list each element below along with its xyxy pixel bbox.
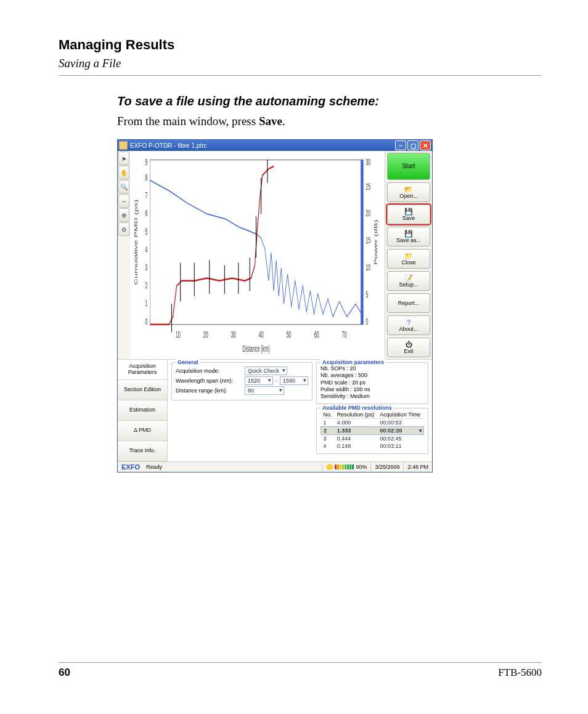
pmd-resolutions-table: No. Resolution (ps) Acquisition Time 1 4… [321,411,424,450]
chart-toolbar: ➤ ✋ 🔍 ↔ ⊕ ⊖ [118,151,130,359]
zoom-out-tool-icon[interactable]: ⊖ [118,222,129,236]
chart-area: 012 345 6789 0510 15202530 [130,151,385,359]
folder-open-icon: 📂 [404,186,413,193]
svg-text:6: 6 [145,209,148,218]
svg-text:25: 25 [365,182,370,191]
close-window-button[interactable]: ✕ [420,140,431,150]
titlebar: EXFO P-OTDR - fibre 1.ptrc – ▢ ✕ [118,140,432,151]
tab-acq-params[interactable]: Acquisition Parameters [118,360,167,380]
acq-pulse: Pulse width : 100 ns [321,386,424,393]
svg-text:10: 10 [176,330,181,339]
svg-text:70: 70 [342,330,347,339]
acq-sops: Nb. SOPs : 20 [321,365,424,372]
wavelength-from-select[interactable]: 1520 [245,376,273,385]
acq-pmdscale: PMD scale : 20 ps [321,379,424,386]
instruction-action: Save [259,115,282,128]
brand-label: EXFO [118,463,144,471]
instruction-suffix: . [282,115,285,128]
about-button[interactable]: ?About... [387,315,430,335]
svg-text:1: 1 [145,299,148,308]
page-header-title: Managing Results [59,37,542,53]
status-time: 2:48 PM [403,462,432,472]
pointer-tool-icon[interactable]: ➤ [118,152,129,165]
save-button[interactable]: 💾Save [387,205,430,224]
tab-trace-info[interactable]: Trace Info. [118,441,167,461]
report-button[interactable]: Report... [387,293,430,313]
svg-text:4: 4 [145,245,148,254]
svg-rect-25 [361,160,363,325]
svg-text:20: 20 [203,330,208,339]
pan-tool-icon[interactable]: ✋ [118,166,129,179]
svg-text:60: 60 [314,330,319,339]
page-header-subtitle: Saving a File [59,57,542,70]
wavelength-label: Wavelength span (nm): [176,378,242,384]
table-row[interactable]: 2 1.333 00:02:20 [321,427,424,435]
pmd-res-legend: Available PMD resolutions [321,405,394,411]
general-legend: General [176,359,200,365]
status-text: Ready [144,464,162,470]
floppy-icon: 💾 [404,208,413,215]
acq-params-legend: Acquisition parameters [321,359,386,365]
svg-text:9: 9 [145,157,148,166]
svg-text:15: 15 [365,236,370,245]
wavelength-to-select[interactable]: 1580 [280,376,308,385]
maximize-button[interactable]: ▢ [407,140,419,150]
acq-mode-label: Acquisition mode: [176,368,242,374]
side-tabs: Acquisition Parameters Section Edition E… [118,360,168,461]
svg-text:7: 7 [145,190,148,200]
save-as-button[interactable]: 💾Save as... [387,227,430,246]
svg-text:20: 20 [365,209,370,218]
power-icon: ⏻ [406,341,412,348]
close-button[interactable]: 📁Close [387,249,430,269]
folder-close-icon: 📁 [404,253,413,259]
zoom-xy-tool-icon[interactable]: 🔍 [118,180,129,193]
col-no: No. [321,411,335,419]
page-footer: 60 FTB-5600 [59,662,542,680]
start-button[interactable]: Start [387,153,430,180]
tab-delta-pmd[interactable]: Δ PMD [118,421,167,441]
table-row[interactable]: 1 4.000 00:00:53 [321,419,424,427]
table-row[interactable]: 4 0.148 00:03:11 [321,442,424,450]
open-button[interactable]: 📂Open... [387,182,430,202]
table-row[interactable]: 3 0.444 00:02:45 [321,435,424,443]
acq-mode-select[interactable]: Quick Check [245,367,287,375]
general-group: General Acquisition mode: Quick Check Wa… [171,362,312,400]
svg-text:5: 5 [145,227,148,236]
status-bar: EXFO Ready 🟡 90% 3/25/2009 2:48 PM [118,461,432,472]
zoom-x-tool-icon[interactable]: ↔ [118,194,129,208]
svg-text:30: 30 [231,330,236,339]
col-time: Acquisition Time [377,411,423,419]
svg-text:0: 0 [365,317,368,326]
action-button-column: Start 📂Open... 💾Save 💾Save as... 📁Close … [385,151,432,359]
setup-button[interactable]: 📝Setup... [387,271,430,291]
distance-select[interactable]: 80 [245,386,284,395]
tab-estimation[interactable]: Estimation [118,400,167,421]
acq-avg: Nb. averages : 500 [321,372,424,379]
instruction-prefix: From the main window, press [117,115,259,128]
svg-text:3: 3 [145,262,148,272]
acq-params-group: Acquisition parameters Nb. SOPs : 20 Nb.… [316,362,428,404]
app-icon [119,141,128,150]
zoom-in-tool-icon[interactable]: ⊕ [118,208,129,222]
battery-percent: 90% [356,464,367,470]
tab-section-edit[interactable]: Section Edition [118,380,167,400]
header-rule [59,75,542,76]
svg-text:0: 0 [145,317,148,326]
svg-text:50: 50 [287,330,292,339]
footer-rule [59,662,542,663]
help-icon: ? [407,319,410,326]
y-axis-left-label: Cumulative PMD (ps) [134,200,138,285]
svg-text:2: 2 [145,281,148,290]
svg-text:8: 8 [145,172,148,182]
exit-button[interactable]: ⏻Exit [387,338,430,357]
battery-bars [335,465,354,469]
page-number: 60 [59,667,70,679]
distance-label: Distance range (km): [176,387,242,394]
svg-text:5: 5 [365,290,368,299]
gear-icon: 📝 [404,275,413,282]
svg-text:30: 30 [365,157,370,166]
parameter-panels: General Acquisition mode: Quick Check Wa… [168,360,432,461]
minimize-button[interactable]: – [395,140,406,150]
section-heading: To save a file using the autonaming sche… [117,94,542,108]
y-axis-right-label: Power (dB) [374,219,378,264]
